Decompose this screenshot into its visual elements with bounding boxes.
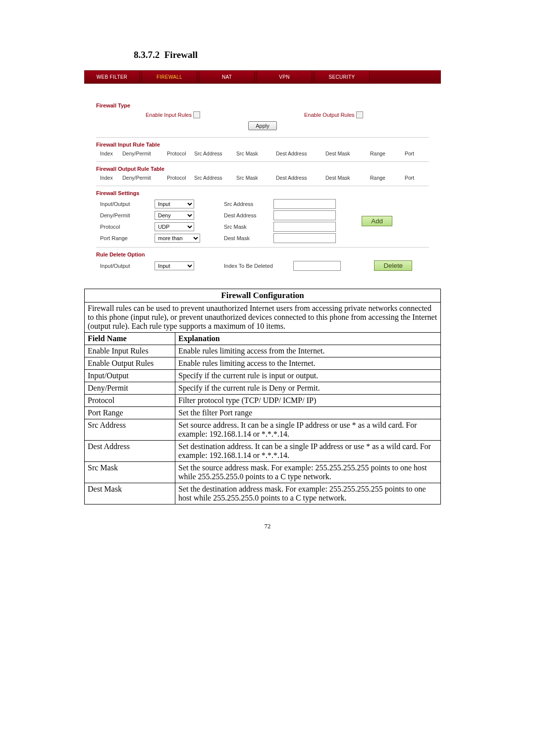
input-src-address[interactable]	[273, 199, 336, 209]
label-dest-address: Dest Address	[224, 212, 273, 218]
table-row: Set source address. It can be a single I…	[175, 419, 441, 441]
config-head-explanation: Explanation	[175, 333, 441, 345]
col-destaddr: Dest Address	[276, 175, 325, 181]
enable-input-rules-label: Enable Input Rules	[146, 112, 192, 118]
col-destmask: Dest Mask	[325, 175, 370, 181]
add-button[interactable]: Add	[362, 216, 392, 226]
label-port-range: Port Range	[100, 235, 155, 241]
enable-output-rules-checkbox[interactable]	[356, 111, 363, 118]
table-row: Src Address	[85, 419, 175, 441]
config-table-description: Firewall rules can be used to prevent un…	[85, 302, 441, 333]
section-number: 8.3.7.2	[134, 50, 160, 60]
col-destmask: Dest Mask	[325, 151, 370, 156]
table-row: Specify if the current rule is input or …	[175, 370, 441, 382]
table-row: Enable Output Rules	[85, 357, 175, 370]
label-dest-mask: Dest Mask	[224, 235, 273, 241]
firewall-settings-grid: Input/Output Input Src Address Add Deny/…	[96, 199, 429, 243]
col-port: Port	[405, 175, 429, 181]
input-rule-table-title: Firewall Input Rule Table	[96, 142, 429, 148]
section-title: Firewall	[164, 50, 198, 60]
output-rule-table-title: Firewall Output Rule Table	[96, 166, 429, 172]
firewall-settings-title: Firewall Settings	[96, 190, 429, 196]
table-row: Enable Input Rules	[85, 345, 175, 357]
select-port-range[interactable]: more than	[155, 234, 200, 243]
table-row: Input/Output	[85, 370, 175, 382]
label-src-mask: Src Mask	[224, 224, 273, 230]
output-rule-table-header: Index Deny/Permit Protocol Src Address S…	[96, 175, 429, 181]
page-number: 72	[64, 522, 471, 530]
col-denypermit: Deny/Permit	[122, 175, 167, 181]
tab-nat[interactable]: NAT	[199, 70, 255, 84]
tab-vpn[interactable]: VPN	[257, 70, 312, 84]
config-head-field: Field Name	[85, 333, 175, 345]
input-rule-table-header: Index Deny/Permit Protocol Src Address S…	[96, 151, 429, 156]
firewall-type-title: Firewall Type	[96, 102, 429, 108]
col-port: Port	[405, 151, 429, 156]
label-input-output: Input/Output	[100, 201, 155, 207]
firewall-config-table: Firewall Configuration Firewall rules ca…	[84, 289, 441, 504]
table-row: Dest Mask	[85, 483, 175, 504]
label-protocol: Protocol	[100, 224, 155, 230]
table-row: Set destination address. It can be a sin…	[175, 441, 441, 462]
select-protocol[interactable]: UDP	[155, 222, 194, 231]
select-input-output[interactable]: Input	[155, 200, 194, 208]
table-row: Protocol	[85, 395, 175, 407]
table-row: Port Range	[85, 407, 175, 419]
table-row: Set the destination address mask. For ex…	[175, 483, 441, 504]
label-delete-in-out: Input/Output	[100, 263, 155, 269]
table-row: Enable rules limiting access to the Inte…	[175, 357, 441, 370]
table-row: Dest Address	[85, 441, 175, 462]
select-delete-in-out[interactable]: Input	[155, 261, 194, 270]
col-srcmask: Src Mask	[236, 175, 276, 181]
col-srcmask: Src Mask	[236, 151, 276, 156]
table-row: Src Mask	[85, 462, 175, 483]
col-index: Index	[100, 175, 122, 181]
col-range: Range	[370, 175, 405, 181]
tab-web-filter[interactable]: WEB FILTER	[84, 70, 140, 84]
table-row: Set the filter Port range	[175, 407, 441, 419]
enable-input-rules-checkbox[interactable]	[193, 111, 200, 118]
table-row: Deny/Permit	[85, 382, 175, 395]
col-protocol: Protocol	[167, 151, 194, 156]
col-index: Index	[100, 151, 122, 156]
col-protocol: Protocol	[167, 175, 194, 181]
tab-firewall[interactable]: FIREWALL	[142, 70, 197, 84]
col-range: Range	[370, 151, 405, 156]
input-dest-mask[interactable]	[273, 233, 336, 243]
input-src-mask[interactable]	[273, 222, 336, 232]
config-table-caption: Firewall Configuration	[85, 289, 441, 302]
table-row: Specify if the current rule is Deny or P…	[175, 382, 441, 395]
firewall-ui-screenshot: WEB FILTER FIREWALL NAT VPN SECURITY Fir…	[84, 70, 441, 280]
table-row: Enable rules limiting access from the In…	[175, 345, 441, 357]
label-index-to-delete: Index To Be Deleted	[224, 263, 293, 269]
apply-button[interactable]: Apply	[248, 121, 277, 130]
input-index-to-delete[interactable]	[293, 261, 341, 271]
label-deny-permit: Deny/Permit	[100, 212, 155, 218]
section-heading: 8.3.7.2 Firewall	[134, 50, 471, 60]
table-row: Set the source address mask. For example…	[175, 462, 441, 483]
col-destaddr: Dest Address	[276, 151, 325, 156]
col-srcaddr: Src Address	[194, 151, 236, 156]
table-row: Filter protocol type (TCP/ UDP/ ICMP/ IP…	[175, 395, 441, 407]
input-dest-address[interactable]	[273, 210, 336, 220]
select-deny-permit[interactable]: Deny	[155, 211, 194, 220]
col-denypermit: Deny/Permit	[122, 151, 167, 156]
rule-delete-title: Rule Delete Option	[96, 252, 429, 257]
delete-button[interactable]: Delete	[374, 260, 412, 271]
col-srcaddr: Src Address	[194, 175, 236, 181]
tab-bar: WEB FILTER FIREWALL NAT VPN SECURITY	[84, 70, 441, 84]
tab-security[interactable]: SECURITY	[314, 70, 370, 84]
enable-output-rules-label: Enable Output Rules	[304, 112, 355, 118]
label-src-address: Src Address	[224, 201, 273, 207]
